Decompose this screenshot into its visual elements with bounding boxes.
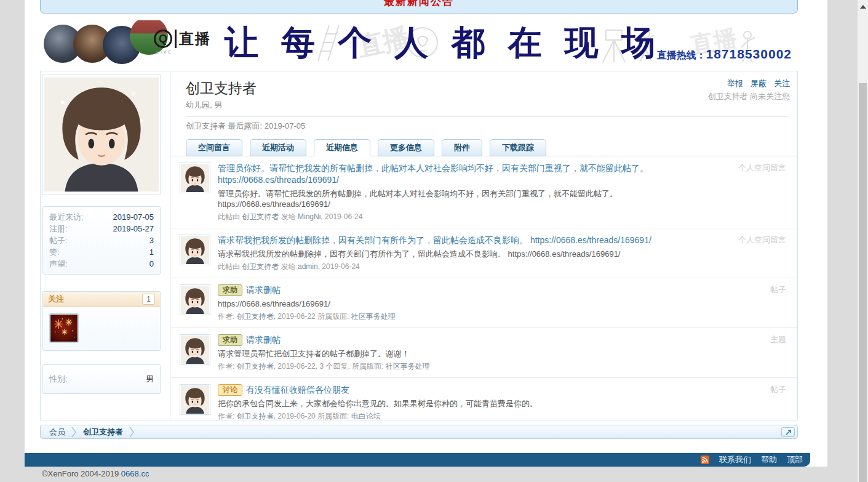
copyright: ©XenForo 2004-2019 0668.cc <box>42 469 149 478</box>
slogan-char: 在 <box>508 26 542 60</box>
slogan-char: 现 <box>565 26 599 60</box>
browser-scrollbar[interactable] <box>858 0 868 482</box>
footer-bar: 联系我们帮助顶部 <box>25 453 810 467</box>
announcement-text: 最新新闻公告 <box>41 0 797 9</box>
profile-tab[interactable]: 附件 <box>442 139 482 156</box>
item-title-link[interactable]: 请求帮我把我所发的帖删除掉，因有关部门有所作为了，留此帖会造成不良影响。 htt… <box>218 235 651 246</box>
breadcrumb: 会员 创卫支持者 <box>40 425 798 439</box>
list-item: 讨论 有没有懂征收赔偿各位朋友 把你的承包合同发上来，大家都会给你出意见的。如果… <box>170 377 797 420</box>
stat-row: 赞: 1 <box>49 246 154 258</box>
meta-link[interactable]: MingNi <box>298 212 321 221</box>
recent-content-list: 管理员你好。请帮忙把我发的所有帖删掉，此帖对本人对社会影响均不好，因有关部门重视… <box>170 156 797 420</box>
rss-icon[interactable] <box>701 456 709 464</box>
meta-link[interactable]: 社区事务处理 <box>386 362 430 371</box>
profile-tab[interactable]: 近期信息 <box>314 139 370 156</box>
profile-tab[interactable]: 更多信息 <box>378 139 434 156</box>
item-title-link[interactable]: 管理员你好。请帮忙把我发的所有帖删掉，此帖对本人对社会影响均不好，因有关部门重视… <box>218 163 648 174</box>
meta-link[interactable]: 创卫支持者 <box>237 412 274 420</box>
following-title: 关注 <box>48 294 64 305</box>
item-category-label: 帖子 <box>770 384 786 395</box>
item-title-link[interactable]: 请求删帖 <box>246 284 281 296</box>
item-body-text: https://0668.es/threads/169691/ <box>218 299 711 309</box>
scroll-up-arrow-icon[interactable] <box>860 5 866 9</box>
stat-row: 帖子: 3 <box>49 235 154 246</box>
forum-page: 最新新闻公告 <box>25 0 827 467</box>
hotline-number: 18718530002 <box>706 47 792 61</box>
slogan-char: 人 <box>394 26 428 60</box>
logo-text: 直播 <box>179 29 211 49</box>
item-author-avatar[interactable] <box>180 334 210 365</box>
meta-link[interactable]: 电白论坛 <box>351 412 381 420</box>
gender-value: 男 <box>146 374 154 385</box>
prefix-badge: 求助 <box>218 334 242 346</box>
logo-caption: LIVE <box>154 50 221 54</box>
profile-action-link[interactable]: 屏蔽 <box>751 79 766 88</box>
profile-card: 最近来访: 2019-07-05 注册: 2019-05-27 帖子: 3 赞:… <box>40 71 798 420</box>
hotline-label: 直播热线： <box>657 50 706 60</box>
copyright-text: ©XenForo 2004-2019 <box>42 469 121 478</box>
live-banner[interactable]: 直播 直播 Q 直播 LIVE 让每个人都在现场 <box>40 20 798 65</box>
followed-user-avatar[interactable] <box>49 313 79 343</box>
profile-action-link[interactable]: 举报 <box>727 79 743 88</box>
item-meta: 作者: 创卫支持者, 2019-06-22 所属版面: 社区事务处理 <box>218 311 711 321</box>
profile-tab[interactable]: 近期活动 <box>250 139 306 156</box>
footer-link[interactable]: 帮助 <box>761 454 777 465</box>
footer-link[interactable]: 顶部 <box>787 454 803 465</box>
profile-tab[interactable]: 下载跟踪 <box>490 139 546 156</box>
desktop-background: 最新新闻公告 <box>0 0 868 482</box>
item-body-text: 请求帮我把我所发的帖删除掉，因有关部门有所作为了，留此帖会造成不良影响。 htt… <box>218 249 711 259</box>
meta-link[interactable]: 创卫支持者 <box>237 312 274 321</box>
stat-value: 2019-05-27 <box>113 223 154 235</box>
stat-label: 注册: <box>49 223 68 235</box>
stat-value: 0 <box>149 258 154 270</box>
breadcrumb-item[interactable]: 创卫支持者 <box>83 427 123 438</box>
item-meta: 此帖由 创卫支持者 发给 admin, 2019-06-24 <box>218 262 711 271</box>
item-body-text: 把你的承包合同发上来，大家都会给你出意见的。如果果树是你种的，可能青苗费是你的。 <box>218 398 711 409</box>
meta-link[interactable]: admin <box>298 262 318 271</box>
item-author-avatar[interactable] <box>180 235 210 265</box>
list-item: 求助 请求删帖 https://0668.es/threads/169691/ … <box>170 278 797 327</box>
banner-slogan: 让每个人都在现场 <box>225 20 655 65</box>
breadcrumb-item[interactable]: 会员 <box>49 427 65 438</box>
item-body-text: 请求管理员帮忙把创卫支持者的帖子都删掉了。谢谢！ <box>218 348 711 359</box>
gender-box: 性别: 男 <box>42 364 161 394</box>
list-item: 管理员你好。请帮忙把我发的所有帖删掉，此帖对本人对社会影响均不好，因有关部门重视… <box>170 156 797 228</box>
profile-main-column: 创卫支持者 幼儿园, 男 举报屏蔽关注 创卫支持者 尚未关注您 创卫支持者 最后… <box>170 71 797 420</box>
meta-link[interactable]: 社区事务处理 <box>351 312 396 321</box>
profile-avatar[interactable] <box>42 74 161 195</box>
last-seen-text: 创卫支持者 最后露面: 2019-07-05 <box>186 117 788 132</box>
user-subtitle: 幼儿园, 男 <box>186 100 788 111</box>
item-author-avatar[interactable] <box>180 163 210 193</box>
stat-label: 声望: <box>49 258 68 270</box>
slogan-char: 让 <box>225 26 258 60</box>
meta-link[interactable]: 创卫支持者 <box>237 362 274 371</box>
profile-action-link[interactable]: 关注 <box>774 79 790 88</box>
announcement-bar: 最新新闻公告 <box>40 0 798 14</box>
item-author-avatar[interactable] <box>180 384 210 415</box>
item-title-url-link[interactable]: https://0668.es/threads/169691/ <box>218 174 711 186</box>
list-item: 求助 请求删帖 请求管理员帮忙把创卫支持者的帖子都删掉了。谢谢！ 作者: 创卫支… <box>170 327 797 377</box>
stat-row: 注册: 2019-05-27 <box>49 223 154 235</box>
item-title-link[interactable]: 请求删帖 <box>246 334 281 346</box>
item-category-label: 个人空间留言 <box>738 163 786 174</box>
meta-link[interactable]: 创卫支持者 <box>242 262 279 271</box>
profile-sidebar: 最近来访: 2019-07-05 注册: 2019-05-27 帖子: 3 赞:… <box>41 71 170 420</box>
item-title-link[interactable]: 有没有懂征收赔偿各位朋友 <box>246 384 349 396</box>
item-author-avatar[interactable] <box>180 284 210 315</box>
item-meta: 此帖由 创卫支持者 发给 MingNi, 2019-06-24 <box>218 212 711 222</box>
copyright-site-link[interactable]: 0668.cc <box>121 469 149 478</box>
chevron-right-icon <box>71 426 77 438</box>
footer-link[interactable]: 联系我们 <box>719 454 751 465</box>
list-item: 请求帮我把我所发的帖删除掉，因有关部门有所作为了，留此帖会造成不良影响。 htt… <box>170 228 797 278</box>
quick-navigation-button[interactable] <box>781 427 795 437</box>
gender-label: 性别: <box>49 374 68 385</box>
follow-status: 创卫支持者 尚未关注您 <box>707 91 790 102</box>
page-title-username: 创卫支持者 <box>186 79 788 98</box>
scrollbar-thumb[interactable] <box>859 83 867 482</box>
hotline: 直播热线：18718530002 <box>657 47 792 62</box>
profile-tab[interactable]: 空间留言 <box>186 139 242 156</box>
meta-link[interactable]: 创卫支持者 <box>242 212 279 221</box>
following-box: 关注 1 <box>42 291 161 351</box>
prefix-badge: 求助 <box>218 284 242 296</box>
stat-row: 声望: 0 <box>49 258 154 270</box>
